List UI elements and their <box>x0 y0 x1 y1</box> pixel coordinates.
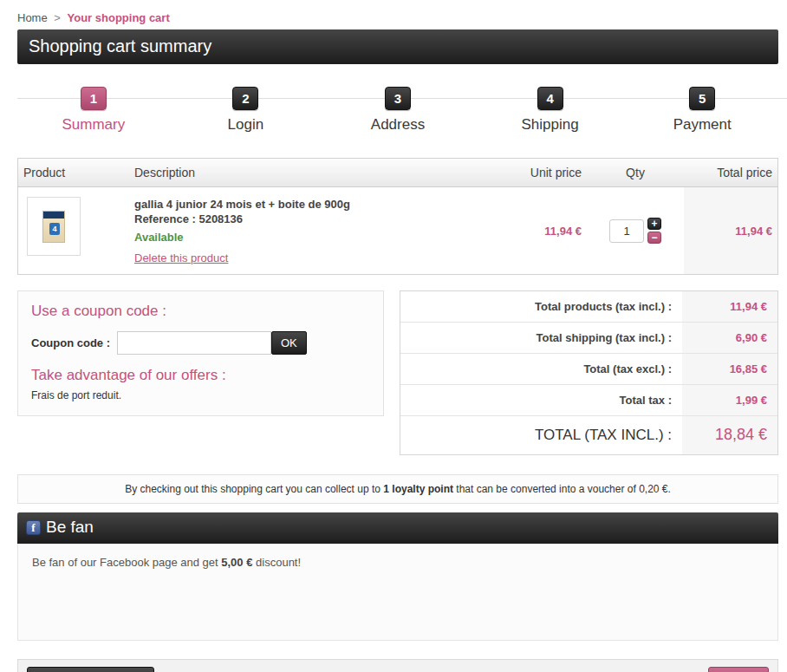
loyalty-text-prefix: By checking out this shopping cart you c… <box>125 483 383 495</box>
step-payment-label: Payment <box>673 116 732 134</box>
step-login-number: 2 <box>232 87 258 110</box>
header-description: Description <box>129 159 491 186</box>
table-row: 4 gallia 4 junior 24 mois et + boite de … <box>18 187 777 274</box>
total-shipping-value: 6,90 € <box>682 323 777 353</box>
coupon-title: Use a coupon code : <box>31 303 370 320</box>
step-shipping[interactable]: 4 Shipping <box>474 87 627 134</box>
step-login[interactable]: 2 Login <box>170 87 322 134</box>
breadcrumb: Home > Your shopping cart <box>17 0 778 24</box>
fan-text-prefix: Be fan of our Facebook page and get <box>32 556 221 569</box>
total-tax-value: 1,99 € <box>682 385 777 415</box>
header-unit-price: Unit price <box>491 159 587 186</box>
total-price-value: 11,94 € <box>735 225 772 238</box>
product-thumbnail[interactable]: 4 <box>27 197 81 256</box>
product-image: 4 <box>42 211 65 243</box>
breadcrumb-current-link[interactable]: Your shopping cart <box>68 11 170 24</box>
grand-total-row: TOTAL (TAX INCL.) : 18,84 € <box>400 416 777 454</box>
header-qty: Qty <box>587 159 684 186</box>
coupon-code-input[interactable] <box>117 331 271 355</box>
fan-box-body: Be fan of our Facebook page and get 5,00… <box>17 544 778 641</box>
quantity-minus-icon[interactable]: − <box>647 232 661 244</box>
product-name: gallia 4 junior 24 mois et + boite de 90… <box>134 197 486 212</box>
step-address-number: 3 <box>385 87 411 110</box>
offers-title: Take advantage of our offers : <box>31 367 370 384</box>
total-products-value: 11,94 € <box>682 291 777 322</box>
coupon-code-label: Coupon code : <box>31 336 110 349</box>
step-summary-label: Summary <box>62 116 125 134</box>
facebook-icon: f <box>26 520 41 535</box>
step-login-label: Login <box>228 116 264 134</box>
loyalty-notice: By checking out this shopping cart you c… <box>17 474 778 504</box>
coupon-panel: Use a coupon code : Coupon code : OK Tak… <box>17 290 384 416</box>
continue-shopping-button[interactable]: « Continue shopping <box>27 667 154 672</box>
cart-table-header: Product Description Unit price Qty Total… <box>18 159 777 187</box>
grand-total-label: TOTAL (TAX INCL.) : <box>400 416 682 454</box>
total-products-row: Total products (tax incl.) : 11,94 € <box>400 291 777 323</box>
cart-navigation: « Continue shopping Next » <box>17 659 778 672</box>
step-payment[interactable]: 5 Payment <box>626 87 778 134</box>
total-tax-excl-value: 16,85 € <box>682 354 777 384</box>
grand-total-value: 18,84 € <box>682 416 777 454</box>
next-button[interactable]: Next » <box>708 667 769 672</box>
quantity-plus-icon[interactable]: + <box>647 218 661 230</box>
header-product: Product <box>18 159 129 186</box>
checkout-steps: 1 Summary 2 Login 3 Address 4 Shipping 5… <box>17 87 778 134</box>
step-payment-number: 5 <box>689 87 715 110</box>
availability-status: Available <box>134 231 486 244</box>
cart-totals: Total products (tax incl.) : 11,94 € Tot… <box>400 290 778 455</box>
total-tax-label: Total tax : <box>400 385 682 415</box>
page-title: Shopping cart summary <box>17 29 778 64</box>
step-shipping-label: Shipping <box>521 116 578 134</box>
total-shipping-label: Total shipping (tax incl.) : <box>400 323 682 353</box>
offers-text: Frais de port reduit. <box>31 389 370 401</box>
step-address[interactable]: 3 Address <box>322 87 474 134</box>
loyalty-points-highlight: 1 loyalty point <box>383 483 453 495</box>
loyalty-text-suffix: that can be converted into a voucher of … <box>453 483 671 495</box>
step-address-label: Address <box>371 116 425 134</box>
step-summary[interactable]: 1 Summary <box>17 87 170 134</box>
fan-box-header: f Be fan <box>17 512 778 544</box>
fan-discount-highlight: 5,00 € <box>221 556 252 569</box>
fan-box-title: Be fan <box>46 518 94 537</box>
total-tax-excl-label: Total (tax excl.) : <box>400 354 682 384</box>
breadcrumb-home-link[interactable]: Home <box>17 11 48 24</box>
fan-text-suffix: discount! <box>252 556 301 569</box>
total-tax-excl-row: Total (tax excl.) : 16,85 € <box>400 354 777 385</box>
product-reference: Reference : 5208136 <box>134 212 486 226</box>
cart-table: Product Description Unit price Qty Total… <box>17 158 778 275</box>
step-summary-number: 1 <box>81 87 107 110</box>
unit-price-value: 11,94 € <box>544 225 582 238</box>
total-tax-row: Total tax : 1,99 € <box>400 385 777 416</box>
quantity-input[interactable] <box>609 219 644 243</box>
step-shipping-number: 4 <box>537 87 563 110</box>
total-products-label: Total products (tax incl.) : <box>400 291 682 322</box>
delete-product-link[interactable]: Delete this product <box>134 251 228 264</box>
header-total-price: Total price <box>684 159 777 186</box>
total-shipping-row: Total shipping (tax incl.) : 6,90 € <box>400 323 777 354</box>
breadcrumb-separator: > <box>54 11 61 24</box>
coupon-ok-button[interactable]: OK <box>271 331 307 355</box>
